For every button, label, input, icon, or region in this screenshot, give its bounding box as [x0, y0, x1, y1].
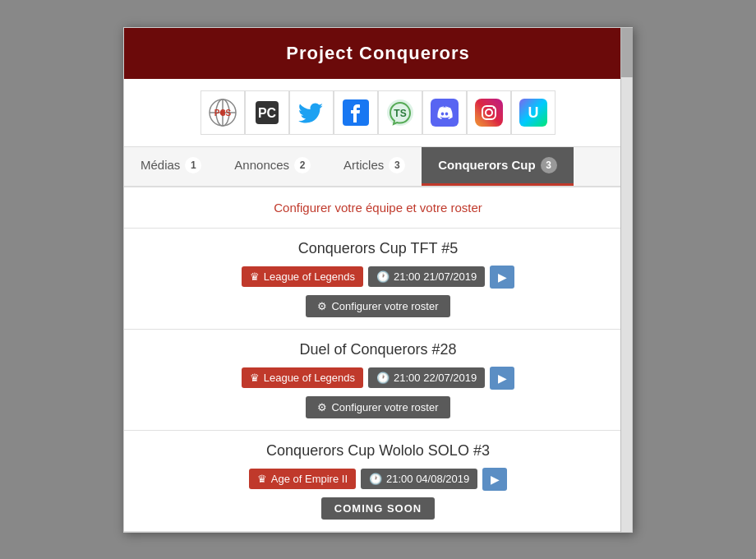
tab-articles-label: Articles: [343, 158, 384, 172]
tournament-2-configure-button[interactable]: ⚙ Configurer votre roster: [306, 396, 449, 418]
coming-soon-label: COMING SOON: [334, 502, 422, 515]
tournament-2-title: Duel of Conquerors #28: [141, 341, 615, 358]
tournament-2-time-badge: 🕐 21:00 22/07/2019: [368, 367, 485, 388]
tournament-3-time: 21:00 04/08/2019: [386, 473, 469, 485]
clock-icon-1: 🕐: [376, 270, 390, 283]
tournament-3-time-badge: 🕐 21:00 04/08/2019: [361, 469, 477, 489]
tournament-1-time: 21:00 21/07/2019: [394, 270, 477, 283]
tournament-3-badges: ♛ Age of Empire II 🕐 21:00 04/08/2019 ▶: [141, 468, 615, 491]
main-window: Project Conquerors PCS PC: [123, 27, 633, 533]
tournament-1-configure-button[interactable]: ⚙ Configurer votre roster: [306, 295, 449, 317]
tournament-2-play-button[interactable]: ▶: [490, 367, 514, 390]
tournament-1-game: League of Legends: [264, 270, 355, 283]
crown-icon-1: ♛: [250, 270, 260, 283]
crown-icon-2: ♛: [250, 372, 260, 384]
tab-conquerors-cup-label: Conquerors Cup: [438, 158, 535, 172]
scrollbar[interactable]: [620, 28, 632, 532]
tournament-1-game-badge: ♛ League of Legends: [242, 266, 363, 287]
tournament-3-coming-soon-button: COMING SOON: [321, 497, 435, 520]
svg-rect-12: [475, 99, 503, 127]
tab-conquerors-cup[interactable]: Conquerors Cup 3: [422, 147, 573, 186]
tabs-bar: Médias 1 Annonces 2 Articles 3 Conqueror…: [124, 147, 632, 187]
social-icon-twitter[interactable]: [289, 90, 334, 135]
tab-articles[interactable]: Articles 3: [327, 147, 422, 186]
page-title: Project Conquerors: [286, 43, 469, 63]
gear-icon-1: ⚙: [317, 300, 327, 312]
svg-text:U: U: [528, 104, 539, 121]
tab-conquerors-cup-badge: 3: [541, 157, 557, 173]
social-icon-logo1[interactable]: PCS: [201, 90, 245, 135]
tournament-3-coming-soon-row: COMING SOON: [141, 497, 615, 520]
scrollbar-thumb[interactable]: [621, 28, 633, 77]
gear-icon-2: ⚙: [317, 401, 327, 413]
play-icon-3: ▶: [491, 473, 500, 486]
tournament-1-title: Conquerors Cup TFT #5: [141, 240, 615, 257]
tab-annonces[interactable]: Annonces 2: [218, 147, 327, 186]
tournament-1: Conquerors Cup TFT #5 ♛ League of Legend…: [124, 229, 632, 330]
social-icon-uplay[interactable]: U: [511, 90, 555, 135]
tournament-2-badges: ♛ League of Legends 🕐 21:00 22/07/2019 ▶: [141, 367, 615, 390]
tournament-2-time: 21:00 22/07/2019: [394, 372, 477, 384]
tournament-3-play-button[interactable]: ▶: [482, 468, 507, 491]
tournament-1-configure-label: Configurer votre roster: [331, 300, 438, 312]
tournament-1-play-button[interactable]: ▶: [490, 266, 514, 289]
svg-text:TS: TS: [394, 108, 406, 119]
social-icon-instagram[interactable]: [467, 90, 511, 135]
tournament-3-game: Age of Empire II: [271, 473, 348, 485]
social-icon-discord[interactable]: [422, 90, 467, 135]
page-header: Project Conquerors: [124, 28, 632, 79]
tournament-1-badges: ♛ League of Legends 🕐 21:00 21/07/2019 ▶: [141, 266, 615, 289]
tab-medias-label: Médias: [141, 158, 180, 172]
tournament-1-time-badge: 🕐 21:00 21/07/2019: [368, 266, 485, 287]
tournament-2-game-badge: ♛ League of Legends: [242, 367, 363, 388]
svg-text:PCS: PCS: [214, 109, 232, 118]
social-icon-teamspeak[interactable]: TS: [378, 90, 422, 135]
tab-medias[interactable]: Médias 1: [124, 147, 218, 186]
tournament-1-configure-row: ⚙ Configurer votre roster: [141, 295, 615, 317]
tournament-2-configure-label: Configurer votre roster: [331, 401, 438, 413]
tournament-2-configure-row: ⚙ Configurer votre roster: [141, 396, 615, 418]
tab-medias-badge: 1: [185, 157, 201, 173]
tournament-2-game: League of Legends: [264, 372, 355, 384]
clock-icon-2: 🕐: [376, 372, 390, 384]
tab-annonces-label: Annonces: [234, 158, 289, 172]
social-icon-logo2[interactable]: PC: [245, 90, 289, 135]
clock-icon-3: 🕐: [369, 473, 382, 485]
social-icon-facebook[interactable]: [334, 90, 378, 135]
configure-banner[interactable]: Configurer votre équipe et votre roster: [124, 187, 632, 229]
tab-articles-badge: 3: [389, 157, 405, 173]
tab-annonces-badge: 2: [294, 157, 311, 173]
svg-text:PC: PC: [258, 106, 277, 120]
play-icon-1: ▶: [498, 270, 507, 284]
tournament-3-title: Conquerors Cup Wololo SOLO #3: [141, 442, 615, 460]
tournament-3: Conquerors Cup Wololo SOLO #3 ♛ Age of E…: [124, 431, 632, 532]
svg-point-15: [493, 106, 495, 108]
tournament-3-game-badge: ♛ Age of Empire II: [249, 469, 356, 489]
social-bar: PCS PC TS: [124, 79, 632, 147]
tournament-2: Duel of Conquerors #28 ♛ League of Legen…: [124, 330, 632, 431]
play-icon-2: ▶: [498, 372, 507, 385]
crown-icon-3: ♛: [257, 473, 267, 485]
configure-banner-text: Configurer votre équipe et votre roster: [274, 201, 482, 215]
